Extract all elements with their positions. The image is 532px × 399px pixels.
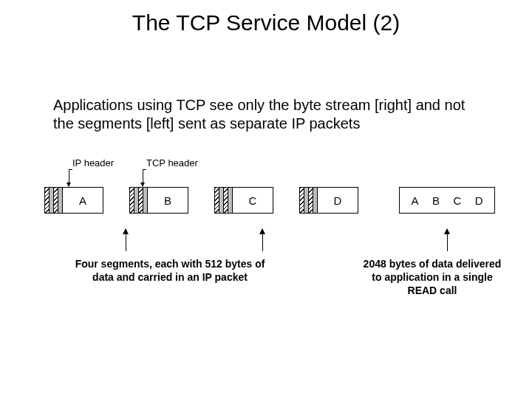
segment-d: D bbox=[299, 187, 358, 214]
tcp-diagram: IP header TCP header A B C bbox=[44, 151, 495, 240]
caption-left: Four segments, each with 512 bytes of da… bbox=[66, 257, 273, 284]
segment-payload-label: A bbox=[63, 188, 103, 213]
segment-c: C bbox=[214, 187, 273, 214]
up-arrow-icon bbox=[447, 229, 448, 251]
slide-subtitle: Applications using TCP see only the byte… bbox=[53, 96, 482, 133]
segment-a: A bbox=[44, 187, 103, 214]
merged-byte: B bbox=[430, 194, 442, 207]
merged-byte: D bbox=[473, 194, 485, 207]
tcp-header-label: TCP header bbox=[146, 157, 198, 168]
segment-payload-label: B bbox=[148, 188, 188, 213]
up-arrow-icon bbox=[126, 229, 126, 251]
segment-payload-label: D bbox=[318, 188, 358, 213]
merged-byte: C bbox=[451, 194, 463, 207]
pointer-arrow-icon bbox=[143, 169, 143, 186]
byte-stream-box: A B C D bbox=[399, 187, 495, 214]
segment-payload-label: C bbox=[233, 188, 273, 213]
up-arrow-icon bbox=[262, 229, 263, 251]
caption-right: 2048 bytes of data delivered to applicat… bbox=[362, 257, 502, 298]
slide-title: The TCP Service Model (2) bbox=[0, 10, 532, 35]
merged-byte: A bbox=[409, 194, 420, 207]
segment-b: B bbox=[129, 187, 188, 214]
pointer-arrow-icon bbox=[69, 169, 69, 186]
ip-header-label: IP header bbox=[72, 157, 114, 168]
